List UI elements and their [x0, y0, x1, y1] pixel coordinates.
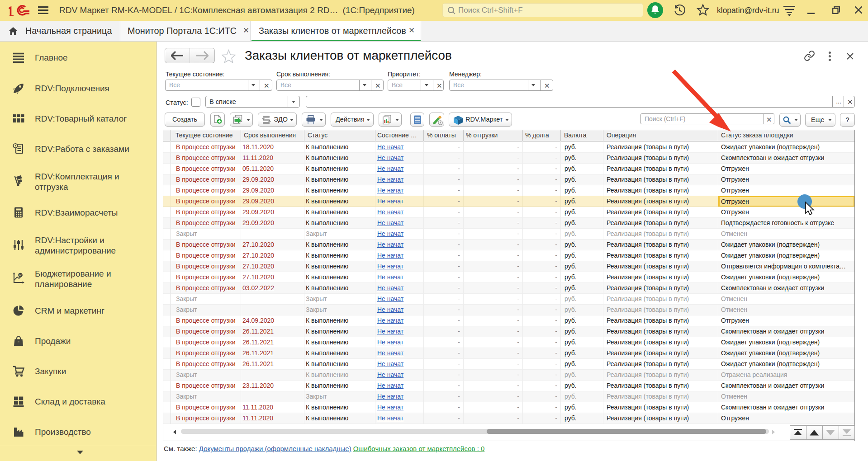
svg-text:₽: ₽ — [19, 273, 22, 277]
